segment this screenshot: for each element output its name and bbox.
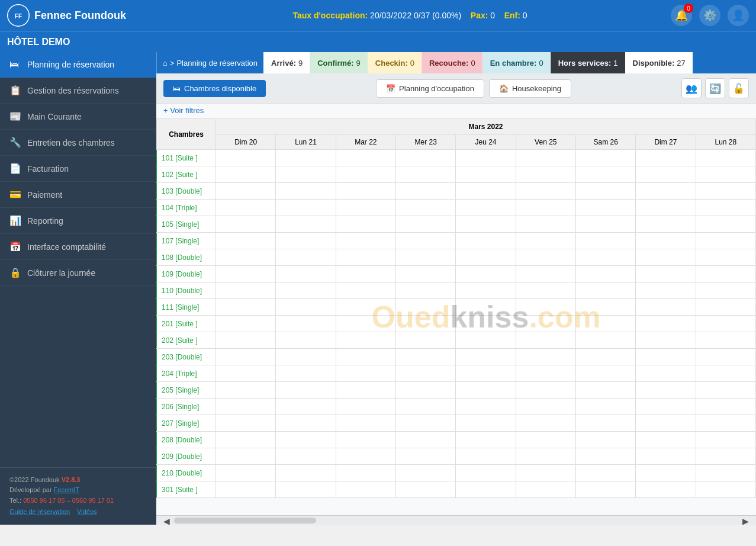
room-cell[interactable]: 201 [Suite ] [157,316,216,332]
add-user-icon-button[interactable]: 👥 [681,78,702,98]
calendar-day-cell[interactable] [636,200,696,216]
calendar-day-cell[interactable] [216,481,276,498]
calendar-day-cell[interactable] [636,432,696,448]
calendar-day-cell[interactable] [516,316,575,332]
calendar-day-cell[interactable] [216,332,276,349]
calendar-day-cell[interactable] [696,415,755,432]
calendar-day-cell[interactable] [636,399,696,415]
sidebar-item-entretien[interactable]: 🔧 Entretien des chambres [0,130,156,156]
sidebar-item-comptabilite[interactable]: 📅 Interface comptabilité [0,234,156,260]
calendar-day-cell[interactable] [636,382,696,399]
calendar-day-cell[interactable] [336,465,395,481]
sidebar-item-facturation[interactable]: 📄 Facturation [0,156,156,182]
calendar-day-cell[interactable] [456,183,516,200]
calendar-day-cell[interactable] [216,382,276,399]
calendar-day-cell[interactable] [395,481,455,498]
calendar-day-cell[interactable] [395,316,455,332]
calendar-day-cell[interactable] [575,415,635,432]
calendar-day-cell[interactable] [336,282,395,299]
calendar-day-cell[interactable] [696,382,755,399]
calendar-day-cell[interactable] [216,183,276,200]
calendar-day-cell[interactable] [636,299,696,316]
calendar-day-cell[interactable] [696,249,755,266]
calendar-day-cell[interactable] [336,448,395,465]
calendar-day-cell[interactable] [276,481,336,498]
room-cell[interactable]: 301 [Suite ] [157,481,216,498]
sidebar-item-gestion[interactable]: 📋 Gestion des réservations [0,78,156,104]
calendar-day-cell[interactable] [216,200,276,216]
sidebar-item-planning[interactable]: 🛏 Planning de réservation [0,52,156,78]
lock-icon-button[interactable]: 🔓 [729,78,749,98]
calendar-day-cell[interactable] [216,415,276,432]
calendar-day-cell[interactable] [336,365,395,382]
calendar-day-cell[interactable] [276,415,336,432]
room-cell[interactable]: 104 [Triple] [157,200,216,216]
calendar-day-cell[interactable] [636,249,696,266]
calendar-day-cell[interactable] [696,233,755,249]
calendar-day-cell[interactable] [456,349,516,365]
calendar-day-cell[interactable] [456,316,516,332]
calendar-day-cell[interactable] [575,150,635,166]
calendar-day-cell[interactable] [575,316,635,332]
calendar-day-cell[interactable] [336,415,395,432]
calendar-day-cell[interactable] [456,415,516,432]
calendar-day-cell[interactable] [456,166,516,183]
calendar-day-cell[interactable] [276,432,336,448]
scrollbar-track[interactable] [174,518,316,523]
calendar-day-cell[interactable] [456,249,516,266]
calendar-day-cell[interactable] [516,216,575,233]
calendar-day-cell[interactable] [696,432,755,448]
calendar-day-cell[interactable] [575,266,635,282]
calendar-day-cell[interactable] [575,233,635,249]
calendar-day-cell[interactable] [516,282,575,299]
calendar-day-cell[interactable] [395,282,455,299]
calendar-day-cell[interactable] [516,415,575,432]
calendar-day-cell[interactable] [575,349,635,365]
calendar-day-cell[interactable] [395,349,455,365]
calendar-day-cell[interactable] [696,349,755,365]
room-cell[interactable]: 108 [Double] [157,249,216,266]
calendar-day-cell[interactable] [276,249,336,266]
room-cell[interactable]: 109 [Double] [157,266,216,282]
calendar-day-cell[interactable] [395,399,455,415]
room-cell[interactable]: 204 [Triple] [157,365,216,382]
calendar-day-cell[interactable] [336,233,395,249]
calendar-day-cell[interactable] [575,216,635,233]
calendar-day-cell[interactable] [336,166,395,183]
calendar-day-cell[interactable] [456,282,516,299]
housekeeping-button[interactable]: 🏠 Housekeeping [489,79,571,98]
calendar-day-cell[interactable] [696,448,755,465]
calendar-day-cell[interactable] [636,465,696,481]
calendar-day-cell[interactable] [456,216,516,233]
calendar-day-cell[interactable] [276,448,336,465]
calendar-day-cell[interactable] [636,266,696,282]
calendar-day-cell[interactable] [696,365,755,382]
calendar-day-cell[interactable] [395,432,455,448]
calendar-day-cell[interactable] [516,200,575,216]
calendar-day-cell[interactable] [336,332,395,349]
calendar-day-cell[interactable] [216,216,276,233]
room-cell[interactable]: 107 [Single] [157,233,216,249]
calendar-day-cell[interactable] [456,481,516,498]
calendar-day-cell[interactable] [636,415,696,432]
calendar-day-cell[interactable] [336,200,395,216]
calendar-day-cell[interactable] [575,166,635,183]
scroll-right-arrow[interactable]: ▶ [740,516,751,525]
calendar-day-cell[interactable] [636,233,696,249]
calendar-day-cell[interactable] [516,448,575,465]
calendar-day-cell[interactable] [216,316,276,332]
calendar-day-cell[interactable] [575,432,635,448]
room-cell[interactable]: 110 [Double] [157,282,216,299]
calendar-day-cell[interactable] [516,150,575,166]
calendar-day-cell[interactable] [336,183,395,200]
calendar-day-cell[interactable] [575,365,635,382]
calendar-day-cell[interactable] [216,299,276,316]
calendar-day-cell[interactable] [336,432,395,448]
calendar-day-cell[interactable] [276,200,336,216]
calendar-day-cell[interactable] [336,382,395,399]
calendar-day-cell[interactable] [516,481,575,498]
calendar-day-cell[interactable] [216,432,276,448]
calendar-day-cell[interactable] [636,282,696,299]
sidebar-item-paiement[interactable]: 💳 Paiement [0,182,156,208]
calendar-day-cell[interactable] [395,166,455,183]
